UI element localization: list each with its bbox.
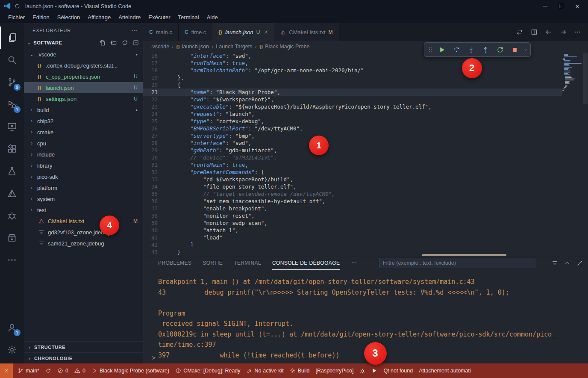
- tree-item-vscode[interactable]: ⌄.vscode●: [24, 49, 143, 60]
- status-debug-configuration[interactable]: Black Magic Probe (software): [88, 363, 172, 378]
- close-panel-icon[interactable]: [576, 260, 583, 266]
- code-editor[interactable]: 16 "interface": "swd",17 "runToMain": tr…: [143, 52, 588, 256]
- status-build-target[interactable]: [RaspberryPico]: [312, 363, 356, 378]
- minimap[interactable]: [562, 54, 582, 91]
- tree-item-system[interactable]: ›system: [24, 193, 143, 204]
- activity-manage-settings[interactable]: [0, 339, 24, 361]
- tab-main-c[interactable]: Cmain.c: [143, 23, 179, 41]
- status-cmake-debug[interactable]: [356, 363, 368, 378]
- views-more-actions-icon[interactable]: [131, 27, 138, 34]
- status-git-branch[interactable]: main*: [15, 363, 42, 378]
- section-software[interactable]: ⌄ SOFTWARE: [24, 38, 143, 48]
- code-line-38: 38 "monitor reset",: [143, 212, 562, 219]
- debug-stop-button[interactable]: [508, 44, 521, 56]
- console-filter-input[interactable]: [379, 258, 536, 268]
- debug-step-over-button[interactable]: [450, 44, 463, 56]
- menu-terminal[interactable]: Terminal: [174, 13, 203, 22]
- activity-accounts[interactable]: 1: [0, 316, 24, 339]
- maximize-button[interactable]: [554, 1, 568, 11]
- status-remote-window[interactable]: [0, 363, 13, 378]
- activity-testing[interactable]: [0, 160, 24, 182]
- tree-item-cmakelists-txt[interactable]: CMakeLists.txtM: [24, 216, 143, 227]
- debug-continue-button[interactable]: [435, 44, 448, 56]
- debug-step-out-button[interactable]: [479, 44, 492, 56]
- close-button[interactable]: ×: [570, 1, 585, 11]
- debug-step-into-button[interactable]: [465, 44, 477, 56]
- status-errors[interactable]: 0: [54, 363, 71, 378]
- new-file-icon[interactable]: [99, 39, 106, 46]
- panel-tab-terminal[interactable]: TERMINAL: [234, 256, 261, 270]
- activity-additional-views[interactable]: [0, 249, 24, 271]
- refresh-explorer-icon[interactable]: [121, 39, 128, 46]
- tab-cmakelists-txt[interactable]: CMakeLists.txtM: [274, 23, 339, 41]
- new-folder-icon[interactable]: [110, 39, 117, 46]
- activity-extensions[interactable]: [0, 138, 24, 160]
- breadcrumb-item-launch-json[interactable]: {}launch.json: [176, 44, 209, 50]
- status-cmake-launch[interactable]: [368, 363, 380, 378]
- maximize-panel-icon[interactable]: [564, 260, 570, 266]
- tree-item-pico-sdk[interactable]: ›pico-sdk: [24, 171, 143, 182]
- tree-item-gd32vf103-ozone-jdebug[interactable]: gd32vf103_ozone.jdebug: [24, 227, 143, 238]
- panel-tab-sortie[interactable]: SORTIE: [203, 256, 223, 270]
- tab-time-c[interactable]: Ctime.c: [179, 23, 212, 41]
- menu-ex-cuter[interactable]: Exécuter: [144, 13, 174, 22]
- activity-package-explorer[interactable]: [0, 227, 24, 249]
- menu-atteindre[interactable]: Atteindre: [115, 13, 144, 22]
- more-editor-actions-icon[interactable]: [574, 29, 581, 35]
- activity-cmake-tools[interactable]: [0, 182, 24, 204]
- activity-run-and-debug[interactable]: 1: [0, 93, 24, 115]
- status-warnings[interactable]: 0: [71, 363, 88, 378]
- section-structure[interactable]: ›STRUCTURE: [24, 341, 143, 352]
- tree-item-chip32[interactable]: ›chip32: [24, 115, 143, 127]
- editor-scrollbar[interactable]: [583, 52, 588, 256]
- minimize-button[interactable]: [538, 1, 552, 11]
- status-cmake-build[interactable]: Build: [287, 363, 313, 378]
- tree-item-cpu[interactable]: ›cpu: [24, 138, 143, 149]
- debug-restart-button[interactable]: [494, 44, 506, 56]
- section-chronologie[interactable]: ›CHRONOLOGIE: [24, 352, 143, 363]
- activity-remote-explorer[interactable]: [0, 115, 24, 138]
- tree-item-include[interactable]: ›include: [24, 149, 143, 160]
- panel-more-actions-icon[interactable]: [351, 256, 357, 270]
- activity-explorer[interactable]: [0, 27, 24, 49]
- breadcrumb-item-launch-targets[interactable]: Launch Targets: [216, 44, 252, 50]
- open-changes-icon[interactable]: [516, 29, 523, 35]
- status-auto-attach[interactable]: Attachement automati: [416, 363, 474, 378]
- navigate-back-icon[interactable]: [545, 29, 552, 35]
- panel-tab-probl-mes[interactable]: PROBLÈMES: [158, 256, 191, 270]
- close-tab-icon[interactable]: [264, 30, 268, 34]
- status-sync[interactable]: [42, 363, 54, 378]
- tree-item-test[interactable]: ›test: [24, 204, 143, 216]
- tree-item-cmake[interactable]: ›cmake: [24, 127, 143, 138]
- menu-s-lection[interactable]: Sélection: [53, 13, 84, 22]
- tree-item-platform[interactable]: ›platform: [24, 182, 143, 193]
- collapse-folders-icon[interactable]: [132, 39, 139, 46]
- tree-item-settings-json[interactable]: {}settings.jsonU: [24, 93, 143, 104]
- breadcrumb-item-black-magic-probe[interactable]: {}Black Magic Probe: [259, 44, 310, 50]
- tree-item-library[interactable]: ›library: [24, 160, 143, 171]
- activity-source-control[interactable]: 9: [0, 71, 24, 93]
- activity-search[interactable]: [0, 49, 24, 71]
- tree-item-launch-json[interactable]: {}launch.jsonU: [24, 82, 143, 93]
- tab-launch-json[interactable]: {}launch.jsonU: [212, 23, 274, 41]
- split-editor-icon[interactable]: [531, 29, 538, 35]
- tree-item-build[interactable]: ›build●: [24, 104, 143, 115]
- filter-options-icon[interactable]: [552, 260, 558, 266]
- menu-fichier[interactable]: Fichier: [4, 13, 29, 22]
- status-cmake-status[interactable]: CMake: [Debug]: Ready: [172, 363, 243, 378]
- menu-edition[interactable]: Edition: [29, 13, 53, 22]
- menu-affichage[interactable]: Affichage: [84, 13, 115, 22]
- debug-console-prompt[interactable]: >: [152, 354, 156, 362]
- activity-debug-bug[interactable]: [0, 204, 24, 227]
- tree-item-cortex-debug-registers-stat[interactable]: {}.cortex-debug.registers.stat...: [24, 60, 143, 71]
- debug-more-icon[interactable]: [523, 47, 528, 52]
- status-cmake-kit[interactable]: No active kit: [244, 363, 287, 378]
- panel-tab-console-de-d-bogage[interactable]: CONSOLE DE DÉBOGAGE: [272, 256, 340, 270]
- drag-handle[interactable]: [427, 46, 434, 53]
- tree-item-c-cpp-properties-json[interactable]: {}c_cpp_properties.jsonU: [24, 71, 143, 82]
- breadcrumb-item-vscode[interactable]: .vscode: [151, 44, 169, 50]
- menu-aide[interactable]: Aide: [203, 13, 222, 22]
- tree-item-samd21-ozone-jdebug[interactable]: samd21_ozone.jdebug: [24, 238, 143, 249]
- navigate-forward-icon[interactable]: [560, 29, 567, 35]
- status-qt-status[interactable]: Qt not found: [380, 363, 416, 378]
